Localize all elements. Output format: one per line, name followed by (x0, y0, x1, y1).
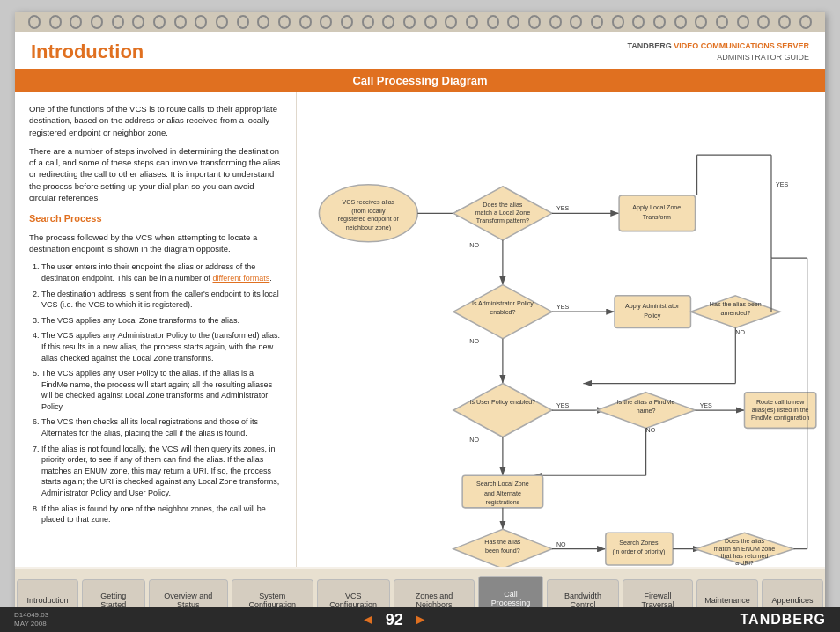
spiral-loop (632, 15, 645, 29)
intro-para-2: There are a number of steps involved in … (29, 145, 282, 203)
left-panel: One of the functions of the VCS is to ro… (15, 92, 297, 567)
svg-text:Search Local Zone: Search Local Zone (476, 481, 529, 488)
spiral-loop (716, 15, 728, 29)
step-item: If the alias is not found locally, the V… (41, 444, 282, 499)
svg-text:Is the alias a FindMe: Is the alias a FindMe (617, 399, 675, 406)
svg-rect-13 (619, 195, 695, 231)
svg-text:NO: NO (469, 437, 479, 444)
spiral-loop (153, 15, 166, 29)
brand-name: TANDBERG VIDEO COMMUNICATIONS SERVER (627, 40, 809, 52)
svg-text:Policy: Policy (644, 312, 660, 320)
svg-text:Has the alias: Has the alias (484, 539, 521, 546)
spiral-loop (91, 15, 103, 29)
spiral-loop (28, 15, 41, 29)
svg-text:registrations: registrations (486, 499, 520, 506)
svg-text:Transform: Transform (643, 214, 671, 221)
doc-date: MAY 2008 (14, 620, 48, 628)
spiral-loop (591, 15, 603, 29)
page-title: Introduction (31, 40, 144, 63)
step-item: The VCS applies any Local Zone transform… (41, 315, 282, 327)
header-branding: TANDBERG VIDEO COMMUNICATIONS SERVER ADM… (627, 40, 809, 62)
spiral-loop (799, 15, 812, 29)
spiral-loop (507, 15, 519, 29)
svg-text:FindMe configuration: FindMe configuration (751, 415, 809, 422)
spiral-loop (674, 15, 687, 29)
svg-text:amended?: amended? (721, 310, 751, 317)
spiral-loop (132, 15, 144, 29)
spiral-loop (653, 15, 666, 29)
footer-info: D14049.03 MAY 2008 (14, 611, 48, 629)
svg-text:VCS receives alias: VCS receives alias (343, 199, 395, 206)
svg-text:neighbour zone): neighbour zone) (346, 224, 391, 231)
spiral-loop (70, 15, 82, 29)
svg-text:NO: NO (469, 338, 479, 345)
svg-text:a URI?: a URI? (735, 560, 754, 566)
footer-bar: D14049.03 MAY 2008 ◄ 92 ► TANDBERG (0, 607, 840, 632)
svg-text:enabled?: enabled? (490, 309, 515, 316)
svg-text:Apply Administrator: Apply Administrator (625, 303, 680, 310)
page-header: Introduction TANDBERG VIDEO COMMUNICATIO… (15, 32, 825, 69)
spiral-loop (695, 15, 707, 29)
spiral-loop (570, 15, 582, 29)
svg-text:Route call to new: Route call to new (756, 399, 805, 406)
svg-marker-41 (453, 384, 552, 437)
spiral-loop (403, 15, 416, 29)
step-item: The VCS applies any Administrator Policy… (41, 330, 282, 364)
search-process-title: Search Process (29, 212, 282, 225)
svg-text:(in order of priority): (in order of priority) (612, 548, 665, 555)
svg-text:(from locally: (from locally (351, 208, 386, 215)
step-item: The VCS applies any User Policy to the a… (41, 368, 282, 412)
svg-text:NO: NO (469, 242, 479, 249)
svg-text:been found?: been found? (485, 547, 520, 555)
page-number: 92 (386, 611, 403, 629)
svg-text:that has returned: that has returned (721, 553, 769, 560)
spiral-loop (278, 15, 291, 29)
footer-brand: TANDBERG (741, 612, 826, 628)
svg-text:match a Local Zone: match a Local Zone (475, 209, 530, 217)
prev-page-arrow[interactable]: ◄ (361, 612, 375, 628)
svg-text:YES: YES (556, 402, 569, 409)
step-item: The user enters into their endpoint the … (41, 261, 282, 283)
formats-link[interactable]: different formats (212, 274, 269, 283)
step-item: The destination address is sent from the… (41, 289, 282, 311)
spiral-loop (237, 15, 249, 29)
svg-text:match an ENUM zone: match an ENUM zone (714, 546, 776, 553)
next-page-arrow[interactable]: ► (414, 612, 428, 628)
step-item: If the alias is found by one of the neig… (41, 503, 282, 525)
footer-nav: ◄ 92 ► (361, 611, 428, 629)
svg-text:alias(es) listed in the: alias(es) listed in the (752, 407, 809, 414)
spiral-loop (757, 15, 770, 29)
spiral-binding (15, 12, 825, 32)
spiral-loop (320, 15, 332, 29)
section-banner: Call Processing Diagram (15, 69, 825, 92)
svg-text:Has the alias been: Has the alias been (710, 301, 762, 308)
spiral-loop (112, 15, 124, 29)
body-split: One of the functions of the VCS is to ro… (15, 92, 825, 567)
svg-text:Search Zones: Search Zones (619, 540, 659, 547)
spiral-loop (487, 15, 499, 29)
svg-text:Is Administrator Policy: Is Administrator Policy (472, 300, 534, 307)
spiral-loop (382, 15, 394, 29)
svg-text:Does the alias: Does the alias (725, 538, 764, 545)
svg-text:Apply Local Zone: Apply Local Zone (632, 204, 681, 211)
svg-text:name?: name? (637, 408, 656, 415)
content-area: Introduction TANDBERG VIDEO COMMUNICATIO… (15, 32, 825, 567)
svg-text:YES: YES (556, 205, 569, 212)
svg-rect-27 (615, 296, 690, 328)
spiral-loop (549, 15, 562, 29)
spiral-loop (174, 15, 187, 29)
page-container: Introduction TANDBERG VIDEO COMMUNICATIO… (15, 12, 825, 620)
intro-para-1: One of the functions of the VCS is to ro… (29, 103, 282, 138)
spiral-loop (299, 15, 312, 29)
svg-text:YES: YES (700, 402, 712, 409)
svg-text:Transform pattern?: Transform pattern? (476, 217, 529, 224)
spiral-loop (528, 15, 541, 29)
spiral-loop (257, 15, 269, 29)
spiral-loop (612, 15, 624, 29)
spiral-loop (49, 15, 62, 29)
spiral-loop (341, 15, 353, 29)
diagram-panel: VCS receives alias (from locally registe… (297, 92, 825, 567)
spiral-loop (424, 15, 437, 29)
doc-id: D14049.03 (14, 611, 48, 620)
steps-list: The user enters into their endpoint the … (29, 261, 282, 525)
